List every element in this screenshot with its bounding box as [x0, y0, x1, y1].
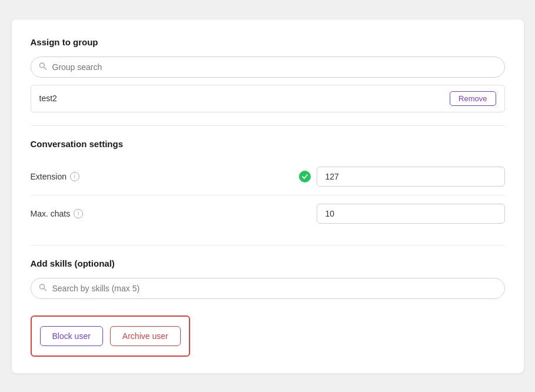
conversation-settings-title: Conversation settings [31, 139, 505, 149]
group-search-input[interactable] [31, 57, 505, 78]
page-container: Assign to group test2 Remove Conversatio… [0, 0, 535, 392]
group-search-container [31, 57, 505, 78]
remove-group-button[interactable]: Remove [450, 91, 496, 106]
main-card: Assign to group test2 Remove Conversatio… [12, 19, 524, 373]
extension-input[interactable] [317, 167, 505, 187]
skills-search-icon [39, 283, 47, 293]
svg-line-1 [44, 67, 46, 69]
archive-user-button[interactable]: Archive user [110, 326, 181, 346]
group-item-name: test2 [39, 94, 57, 103]
skills-search-input[interactable] [31, 278, 505, 299]
assign-group-title: Assign to group [31, 37, 505, 47]
assign-group-section: Assign to group test2 Remove [31, 37, 505, 112]
skills-section: Add skills (optional) [31, 258, 505, 299]
conversation-settings-section: Conversation settings Extension i [31, 139, 505, 232]
svg-line-3 [44, 288, 46, 291]
skills-search-container [31, 278, 505, 299]
max-chats-row: Max. chats i [31, 195, 505, 232]
max-chats-info-icon[interactable]: i [74, 209, 83, 218]
extension-input-wrap [299, 167, 505, 187]
skills-title: Add skills (optional) [31, 258, 505, 268]
group-item: test2 Remove [31, 85, 505, 112]
block-user-button[interactable]: Block user [40, 326, 103, 346]
extension-label: Extension i [31, 172, 79, 181]
extension-row: Extension i [31, 158, 505, 195]
divider-1 [31, 125, 505, 126]
max-chats-label: Max. chats i [31, 209, 84, 218]
divider-2 [31, 245, 505, 245]
bottom-actions: Block user Archive user [31, 315, 190, 357]
search-icon [39, 62, 47, 72]
extension-info-icon[interactable]: i [70, 172, 79, 181]
max-chats-input[interactable] [317, 204, 505, 224]
max-chats-input-wrap [317, 204, 505, 224]
extension-check-icon [299, 171, 311, 182]
